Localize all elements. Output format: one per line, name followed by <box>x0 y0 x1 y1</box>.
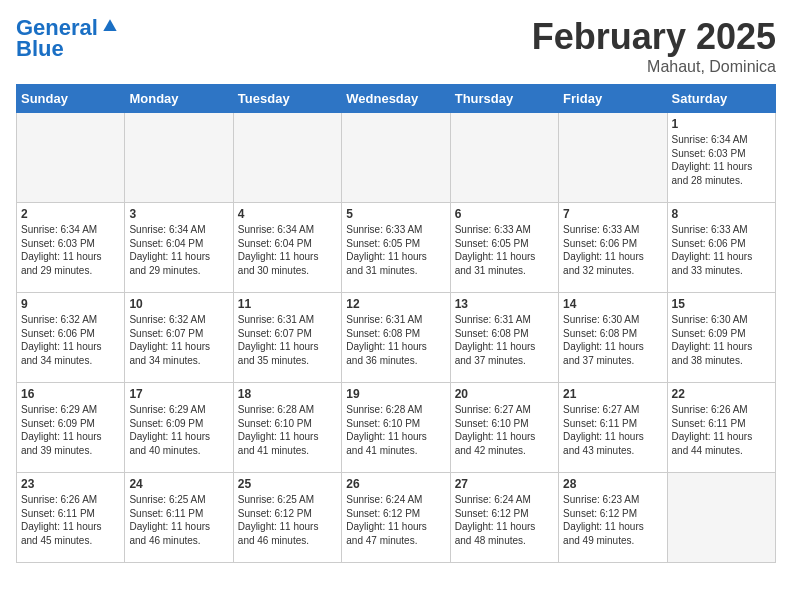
day-info: Sunrise: 6:33 AMSunset: 6:05 PMDaylight:… <box>346 223 445 277</box>
week-row-3: 16Sunrise: 6:29 AMSunset: 6:09 PMDayligh… <box>17 383 776 473</box>
calendar-cell <box>559 113 667 203</box>
calendar-cell: 12Sunrise: 6:31 AMSunset: 6:08 PMDayligh… <box>342 293 450 383</box>
calendar-cell: 18Sunrise: 6:28 AMSunset: 6:10 PMDayligh… <box>233 383 341 473</box>
day-number: 14 <box>563 297 662 311</box>
day-info: Sunrise: 6:29 AMSunset: 6:09 PMDaylight:… <box>129 403 228 457</box>
day-info: Sunrise: 6:25 AMSunset: 6:11 PMDaylight:… <box>129 493 228 547</box>
day-info: Sunrise: 6:34 AMSunset: 6:04 PMDaylight:… <box>129 223 228 277</box>
day-number: 12 <box>346 297 445 311</box>
day-number: 18 <box>238 387 337 401</box>
logo: General Blue <box>16 16 120 62</box>
calendar-cell <box>450 113 558 203</box>
calendar-cell: 11Sunrise: 6:31 AMSunset: 6:07 PMDayligh… <box>233 293 341 383</box>
day-number: 11 <box>238 297 337 311</box>
day-number: 1 <box>672 117 771 131</box>
week-row-0: 1Sunrise: 6:34 AMSunset: 6:03 PMDaylight… <box>17 113 776 203</box>
calendar-cell <box>667 473 775 563</box>
day-number: 20 <box>455 387 554 401</box>
day-info: Sunrise: 6:29 AMSunset: 6:09 PMDaylight:… <box>21 403 120 457</box>
day-number: 4 <box>238 207 337 221</box>
day-info: Sunrise: 6:33 AMSunset: 6:05 PMDaylight:… <box>455 223 554 277</box>
calendar-table: SundayMondayTuesdayWednesdayThursdayFrid… <box>16 84 776 563</box>
day-number: 24 <box>129 477 228 491</box>
calendar-cell: 5Sunrise: 6:33 AMSunset: 6:05 PMDaylight… <box>342 203 450 293</box>
calendar-cell: 7Sunrise: 6:33 AMSunset: 6:06 PMDaylight… <box>559 203 667 293</box>
calendar-cell: 24Sunrise: 6:25 AMSunset: 6:11 PMDayligh… <box>125 473 233 563</box>
day-info: Sunrise: 6:34 AMSunset: 6:03 PMDaylight:… <box>672 133 771 187</box>
day-number: 25 <box>238 477 337 491</box>
calendar-cell: 25Sunrise: 6:25 AMSunset: 6:12 PMDayligh… <box>233 473 341 563</box>
calendar-cell: 22Sunrise: 6:26 AMSunset: 6:11 PMDayligh… <box>667 383 775 473</box>
calendar-cell: 26Sunrise: 6:24 AMSunset: 6:12 PMDayligh… <box>342 473 450 563</box>
day-number: 28 <box>563 477 662 491</box>
calendar-header-row: SundayMondayTuesdayWednesdayThursdayFrid… <box>17 85 776 113</box>
calendar-cell: 13Sunrise: 6:31 AMSunset: 6:08 PMDayligh… <box>450 293 558 383</box>
day-info: Sunrise: 6:31 AMSunset: 6:08 PMDaylight:… <box>346 313 445 367</box>
day-number: 27 <box>455 477 554 491</box>
calendar-cell: 14Sunrise: 6:30 AMSunset: 6:08 PMDayligh… <box>559 293 667 383</box>
title-block: February 2025 Mahaut, Dominica <box>532 16 776 76</box>
calendar-cell <box>233 113 341 203</box>
day-number: 19 <box>346 387 445 401</box>
day-number: 9 <box>21 297 120 311</box>
day-number: 10 <box>129 297 228 311</box>
day-info: Sunrise: 6:23 AMSunset: 6:12 PMDaylight:… <box>563 493 662 547</box>
calendar-cell: 23Sunrise: 6:26 AMSunset: 6:11 PMDayligh… <box>17 473 125 563</box>
day-info: Sunrise: 6:28 AMSunset: 6:10 PMDaylight:… <box>346 403 445 457</box>
calendar-cell: 8Sunrise: 6:33 AMSunset: 6:06 PMDaylight… <box>667 203 775 293</box>
logo-icon <box>100 16 120 36</box>
day-number: 13 <box>455 297 554 311</box>
calendar-cell: 20Sunrise: 6:27 AMSunset: 6:10 PMDayligh… <box>450 383 558 473</box>
calendar-cell: 21Sunrise: 6:27 AMSunset: 6:11 PMDayligh… <box>559 383 667 473</box>
day-info: Sunrise: 6:34 AMSunset: 6:03 PMDaylight:… <box>21 223 120 277</box>
day-number: 15 <box>672 297 771 311</box>
header-saturday: Saturday <box>667 85 775 113</box>
calendar-cell: 10Sunrise: 6:32 AMSunset: 6:07 PMDayligh… <box>125 293 233 383</box>
day-info: Sunrise: 6:31 AMSunset: 6:07 PMDaylight:… <box>238 313 337 367</box>
calendar-cell: 6Sunrise: 6:33 AMSunset: 6:05 PMDaylight… <box>450 203 558 293</box>
day-info: Sunrise: 6:30 AMSunset: 6:09 PMDaylight:… <box>672 313 771 367</box>
day-number: 16 <box>21 387 120 401</box>
calendar-cell: 17Sunrise: 6:29 AMSunset: 6:09 PMDayligh… <box>125 383 233 473</box>
calendar-cell: 3Sunrise: 6:34 AMSunset: 6:04 PMDaylight… <box>125 203 233 293</box>
calendar-cell: 27Sunrise: 6:24 AMSunset: 6:12 PMDayligh… <box>450 473 558 563</box>
calendar-cell: 4Sunrise: 6:34 AMSunset: 6:04 PMDaylight… <box>233 203 341 293</box>
day-number: 26 <box>346 477 445 491</box>
day-number: 3 <box>129 207 228 221</box>
header-thursday: Thursday <box>450 85 558 113</box>
calendar-cell: 2Sunrise: 6:34 AMSunset: 6:03 PMDaylight… <box>17 203 125 293</box>
day-info: Sunrise: 6:34 AMSunset: 6:04 PMDaylight:… <box>238 223 337 277</box>
header-monday: Monday <box>125 85 233 113</box>
day-number: 23 <box>21 477 120 491</box>
calendar-cell: 15Sunrise: 6:30 AMSunset: 6:09 PMDayligh… <box>667 293 775 383</box>
week-row-1: 2Sunrise: 6:34 AMSunset: 6:03 PMDaylight… <box>17 203 776 293</box>
day-info: Sunrise: 6:33 AMSunset: 6:06 PMDaylight:… <box>672 223 771 277</box>
month-title: February 2025 <box>532 16 776 58</box>
calendar-cell <box>17 113 125 203</box>
header-sunday: Sunday <box>17 85 125 113</box>
calendar-cell: 1Sunrise: 6:34 AMSunset: 6:03 PMDaylight… <box>667 113 775 203</box>
calendar-cell: 28Sunrise: 6:23 AMSunset: 6:12 PMDayligh… <box>559 473 667 563</box>
day-info: Sunrise: 6:24 AMSunset: 6:12 PMDaylight:… <box>455 493 554 547</box>
header-wednesday: Wednesday <box>342 85 450 113</box>
week-row-2: 9Sunrise: 6:32 AMSunset: 6:06 PMDaylight… <box>17 293 776 383</box>
day-number: 5 <box>346 207 445 221</box>
day-info: Sunrise: 6:31 AMSunset: 6:08 PMDaylight:… <box>455 313 554 367</box>
day-info: Sunrise: 6:32 AMSunset: 6:06 PMDaylight:… <box>21 313 120 367</box>
calendar-cell <box>342 113 450 203</box>
day-info: Sunrise: 6:26 AMSunset: 6:11 PMDaylight:… <box>672 403 771 457</box>
day-info: Sunrise: 6:27 AMSunset: 6:11 PMDaylight:… <box>563 403 662 457</box>
day-number: 6 <box>455 207 554 221</box>
day-number: 17 <box>129 387 228 401</box>
calendar-cell: 9Sunrise: 6:32 AMSunset: 6:06 PMDaylight… <box>17 293 125 383</box>
day-info: Sunrise: 6:27 AMSunset: 6:10 PMDaylight:… <box>455 403 554 457</box>
calendar-cell: 19Sunrise: 6:28 AMSunset: 6:10 PMDayligh… <box>342 383 450 473</box>
day-info: Sunrise: 6:25 AMSunset: 6:12 PMDaylight:… <box>238 493 337 547</box>
header-friday: Friday <box>559 85 667 113</box>
header-tuesday: Tuesday <box>233 85 341 113</box>
day-number: 2 <box>21 207 120 221</box>
day-number: 21 <box>563 387 662 401</box>
day-info: Sunrise: 6:26 AMSunset: 6:11 PMDaylight:… <box>21 493 120 547</box>
day-number: 22 <box>672 387 771 401</box>
day-info: Sunrise: 6:32 AMSunset: 6:07 PMDaylight:… <box>129 313 228 367</box>
